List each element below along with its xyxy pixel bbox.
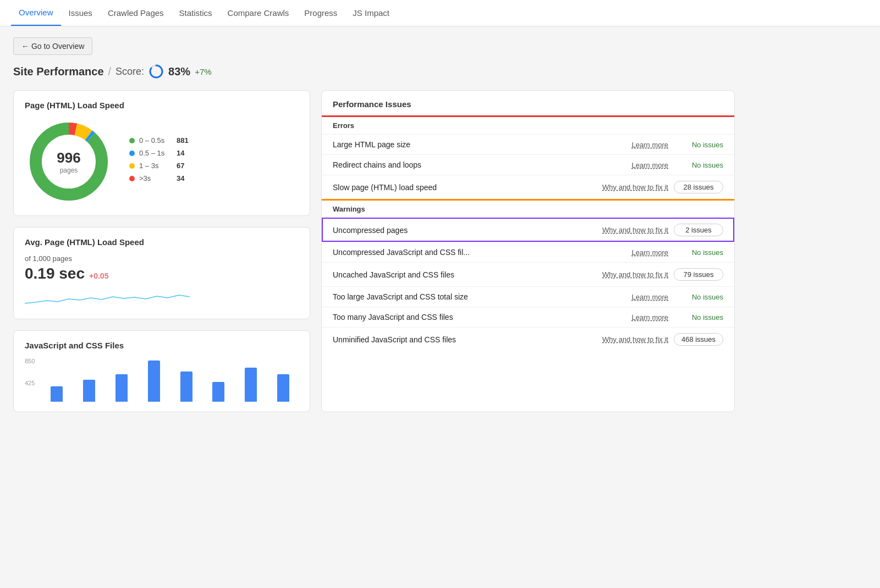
issue-fix-link[interactable]: Why and how to fix it [597,183,668,191]
issue-row-too-many-js-css: Too many JavaScript and CSS files Learn … [322,307,734,327]
legend-label-medium: 0.5 – 1s [139,149,172,157]
legend-val-slow: 67 [177,162,184,170]
issue-status-no-issues: No issues [674,141,723,149]
avg-load-title: Avg. Page (HTML) Load Speed [25,237,299,247]
issue-row-redirect-chains: Redirect chains and loops Learn more No … [322,154,734,175]
back-to-overview-button[interactable]: ← Go to Overview [13,37,92,55]
load-speed-legend: 0 – 0.5s 881 0.5 – 1s 14 1 – 3s 67 [129,136,189,187]
issue-row-slow-load: Slow page (HTML) load speed Why and how … [322,175,734,199]
load-speed-title: Page (HTML) Load Speed [25,101,299,110]
nav-item-issues[interactable]: Issues [61,1,100,25]
bar-col-2 [74,380,105,402]
issue-name: Uncompressed JavaScript and CSS fil... [333,248,591,257]
js-css-title: JavaScript and CSS Files [25,341,299,350]
js-css-files-card: JavaScript and CSS Files 850 425 [13,330,310,412]
bar-1 [51,386,63,402]
issue-row-uncached-js-css: Uncached JavaScript and CSS files Why an… [322,262,734,286]
issue-row-uncompressed-js-css: Uncompressed JavaScript and CSS fil... L… [322,242,734,262]
nav-item-statistics[interactable]: Statistics [172,1,220,25]
avg-load-value-row: 0.19 sec +0.05 [25,265,299,282]
issue-row-uncompressed-pages: Uncompressed pages Why and how to fix it… [322,218,734,242]
issue-fix-link[interactable]: Why and how to fix it [597,270,668,279]
sparkline [25,287,299,309]
donut-chart: 996 pages [25,118,113,206]
legend-val-very-slow: 34 [177,174,184,182]
issue-row-unminified-js-css: Unminified JavaScript and CSS files Why … [322,327,734,351]
nav-item-crawled-pages[interactable]: Crawled Pages [100,1,172,25]
left-column: Page (HTML) Load Speed [13,90,310,412]
bar-chart [41,358,299,402]
bar-6 [212,382,224,402]
total-pages-count: 996 [57,149,80,167]
legend-label-very-slow: >3s [139,174,172,182]
bar-7 [245,368,257,402]
issue-fix-link[interactable]: Why and how to fix it [597,226,668,234]
legend-item-fast: 0 – 0.5s 881 [129,136,189,145]
nav-item-compare-crawls[interactable]: Compare Crawls [220,1,297,25]
bar-chart-wrapper: 850 425 [25,358,299,402]
issue-fix-link[interactable]: Why and how to fix it [597,335,668,343]
pages-label: pages [57,167,80,174]
page-title: Site Performance / Score: 83% +7% [13,64,735,79]
issue-name: Redirect chains and loops [333,160,591,169]
nav-item-overview[interactable]: Overview [11,0,61,26]
legend-dot-fast [129,138,135,143]
legend-dot-medium [129,151,135,156]
main-grid: Page (HTML) Load Speed [13,90,735,412]
legend-val-medium: 14 [177,149,184,157]
performance-issues-title: Performance Issues [322,91,734,115]
issue-status-no-issues: No issues [674,293,723,301]
avg-load-change: +0.05 [89,271,108,280]
issue-status-badge: 2 issues [674,224,723,236]
bar-y-labels: 850 425 [25,358,38,402]
issue-name: Uncompressed pages [333,226,591,235]
bar-3 [116,374,128,402]
legend-item-medium: 0.5 – 1s 14 [129,149,189,157]
warnings-section-label: Warnings [322,199,734,218]
title-separator: / [108,65,112,78]
nav-item-progress[interactable]: Progress [296,1,345,25]
issue-status-badge: 79 issues [674,268,723,281]
issue-name: Too many JavaScript and CSS files [333,313,591,321]
score-change: +7% [195,67,211,76]
legend-dot-very-slow [129,176,135,181]
legend-label-slow: 1 – 3s [139,162,172,170]
issue-name: Unminified JavaScript and CSS files [333,335,591,344]
bar-5 [180,371,193,402]
legend-val-fast: 881 [177,136,189,145]
issue-status-badge: 28 issues [674,181,723,193]
issue-status-no-issues: No issues [674,161,723,169]
legend-item-very-slow: >3s 34 [129,174,189,182]
issue-status-no-issues: No issues [674,248,723,257]
bar-col-4 [139,360,169,402]
avg-load-subtitle: of 1,000 pages [25,254,299,263]
issue-learn-more-link[interactable]: Learn more [597,313,668,321]
issue-learn-more-link[interactable]: Learn more [597,141,668,149]
avg-load-speed-card: Avg. Page (HTML) Load Speed of 1,000 pag… [13,227,310,319]
y-label-mid: 425 [25,380,35,386]
legend-item-slow: 1 – 3s 67 [129,162,189,170]
issue-learn-more-link[interactable]: Learn more [597,248,668,257]
issue-status-badge: 468 issues [674,333,723,346]
bar-col-1 [41,386,72,402]
issue-learn-more-link[interactable]: Learn more [597,293,668,301]
issue-name: Large HTML page size [333,140,591,149]
legend-dot-slow [129,163,135,169]
donut-section: 996 pages 0 – 0.5s 881 0.5 – [25,118,299,206]
score-value: 83% [168,65,190,78]
issue-name: Uncached JavaScript and CSS files [333,270,591,279]
issue-row-too-large-js-css: Too large JavaScript and CSS total size … [322,286,734,307]
donut-center: 996 pages [57,149,80,174]
y-label-top: 850 [25,358,35,364]
issue-name: Slow page (HTML) load speed [333,183,591,192]
top-navigation: Overview Issues Crawled Pages Statistics… [0,0,880,26]
issue-learn-more-link[interactable]: Learn more [597,161,668,169]
load-speed-card: Page (HTML) Load Speed [13,90,310,216]
avg-load-value: 0.19 sec [25,265,85,282]
nav-item-js-impact[interactable]: JS Impact [345,1,397,25]
bar-4 [148,360,160,402]
bar-col-3 [106,374,137,402]
bar-8 [277,374,289,402]
issue-status-no-issues: No issues [674,313,723,321]
bar-2 [83,380,95,402]
